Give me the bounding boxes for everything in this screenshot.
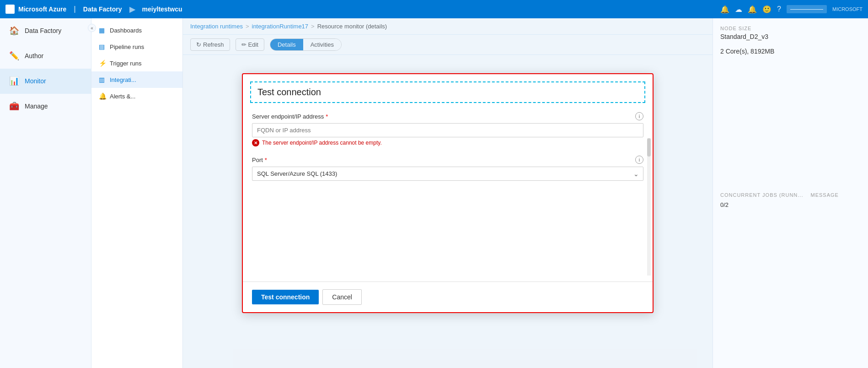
server-endpoint-error: ✕ The server endpoint/IP address cannot … [252, 139, 643, 146]
sidebar-item-label-author: Author [25, 52, 43, 60]
cloud-icon[interactable]: ☁ [735, 5, 742, 14]
dashboards-icon: ▦ [99, 27, 106, 34]
secondary-sidebar: ▦ Dashboards ▤ Pipeline runs ⚡ Trigger r… [91, 18, 183, 368]
sidebar-item-data-factory[interactable]: 🏠 Data Factory [0, 18, 91, 43]
brand-name: Microsoft Azure [18, 5, 66, 13]
content-area: Integration runtimes > integrationRuntim… [183, 18, 713, 368]
topbar-separator: | [74, 5, 75, 13]
error-message: The server endpoint/IP address cannot be… [262, 140, 382, 146]
sidebar-collapse-btn[interactable]: « [88, 24, 96, 32]
manage-icon: 🧰 [9, 101, 19, 111]
main-layout: « 🏠 Data Factory ✏️ Author 📊 Monitor 🧰 M… [0, 18, 868, 368]
microsoft-label: MICROSOFT [832, 6, 863, 12]
integration-icon: ▥ [99, 76, 106, 83]
concurrent-jobs-label: CONCURRENT JOBS (RUNN... [720, 192, 803, 198]
secondary-item-label-integration: Integrati... [110, 76, 136, 83]
pipeline-runs-icon: ▤ [99, 43, 106, 50]
help-icon[interactable]: ? [777, 5, 781, 13]
sidebar-item-label-monitor: Monitor [25, 77, 46, 85]
sidebar-item-author[interactable]: ✏️ Author [0, 43, 91, 69]
server-endpoint-label-text: Server endpoint/IP address * [252, 113, 328, 120]
cancel-button[interactable]: Cancel [322, 289, 362, 305]
alerts-icon: 🔔 [99, 92, 106, 100]
sidebar-item-label-manage: Manage [25, 103, 48, 110]
server-endpoint-input[interactable] [252, 123, 643, 137]
port-required: * [265, 157, 267, 163]
concurrent-jobs-row: CONCURRENT JOBS (RUNN... MESSAGE [720, 192, 861, 198]
face-icon[interactable]: 🙂 [762, 5, 772, 14]
secondary-item-label-dashboards: Dashboards [110, 27, 142, 34]
secondary-item-label-trigger-runs: Trigger runs [110, 60, 142, 67]
port-label: Port [252, 157, 263, 163]
port-field: Port * i SQL Server/Azure SQL (1433) MyS… [252, 156, 643, 181]
port-label-text: Port * [252, 157, 267, 163]
dialog-scroll-thumb [647, 138, 651, 157]
service-name: Data Factory [83, 5, 122, 13]
secondary-item-label-alerts: Alerts &... [110, 93, 135, 100]
port-info-icon[interactable]: i [635, 156, 643, 164]
server-endpoint-field: Server endpoint/IP address * i ✕ The ser… [252, 112, 643, 146]
user-label[interactable]: —————— [787, 5, 827, 13]
dialog-title: Test connection [257, 87, 321, 97]
author-icon: ✏️ [9, 51, 19, 61]
notifications-icon[interactable]: 🔔 [720, 5, 729, 14]
monitor-icon: 📊 [9, 76, 19, 86]
secondary-item-integration[interactable]: ▥ Integrati... [91, 71, 182, 88]
sidebar: « 🏠 Data Factory ✏️ Author 📊 Monitor 🧰 M… [0, 18, 91, 368]
port-select-wrapper: SQL Server/Azure SQL (1433) MySQL (3306)… [252, 167, 643, 181]
trigger-runs-icon: ⚡ [99, 60, 106, 67]
concurrent-jobs-value: 0/2 [720, 201, 861, 208]
brand-area: Microsoft Azure | Data Factory ▶ meiylte… [5, 5, 182, 14]
node-size-value: Standard_D2_v3 [720, 33, 861, 40]
secondary-item-dashboards[interactable]: ▦ Dashboards [91, 22, 182, 38]
dialog: Test connection Server endpoint/IP addre… [242, 73, 654, 313]
alert-icon[interactable]: 🔔 [748, 5, 757, 14]
server-endpoint-label: Server endpoint/IP address [252, 113, 324, 120]
dialog-overlay: Test connection Server endpoint/IP addre… [183, 18, 713, 368]
sidebar-item-label-data-factory: Data Factory [25, 27, 61, 34]
cores-value: 2 Core(s), 8192MB [720, 48, 861, 55]
secondary-item-pipeline-runs[interactable]: ▤ Pipeline runs [91, 38, 182, 55]
message-label: MESSAGE [810, 192, 838, 198]
secondary-item-label-pipeline-runs: Pipeline runs [110, 43, 144, 50]
dialog-body: Server endpoint/IP address * i ✕ The ser… [243, 103, 653, 272]
right-panel-bottom: CONCURRENT JOBS (RUNN... MESSAGE 0/2 [720, 192, 861, 208]
server-endpoint-info-icon[interactable]: i [635, 112, 643, 120]
secondary-item-alerts[interactable]: 🔔 Alerts &... [91, 88, 182, 104]
port-select[interactable]: SQL Server/Azure SQL (1433) MySQL (3306)… [252, 167, 643, 181]
dialog-footer: Test connection Cancel [243, 281, 653, 312]
instance-name: meiyltestwcu [142, 5, 182, 13]
node-size-label: NODE SIZE [720, 26, 861, 31]
port-label-row: Port * i [252, 156, 643, 164]
error-icon: ✕ [252, 139, 259, 146]
dialog-title-area: Test connection [250, 81, 645, 103]
topbar-arrow: ▶ [129, 5, 135, 14]
dialog-scrollbar[interactable] [647, 138, 651, 276]
secondary-item-trigger-runs[interactable]: ⚡ Trigger runs [91, 55, 182, 71]
dialog-spacer [252, 190, 643, 272]
topbar-right: 🔔 ☁ 🔔 🙂 ? —————— MICROSOFT [720, 5, 863, 14]
azure-logo [5, 5, 15, 14]
topbar: Microsoft Azure | Data Factory ▶ meiylte… [0, 0, 868, 18]
test-connection-button[interactable]: Test connection [252, 290, 319, 304]
home-icon: 🏠 [9, 26, 19, 36]
server-endpoint-required: * [326, 113, 328, 120]
server-endpoint-label-row: Server endpoint/IP address * i [252, 112, 643, 120]
right-panel: NODE SIZE Standard_D2_v3 2 Core(s), 8192… [713, 18, 868, 368]
sidebar-item-manage[interactable]: 🧰 Manage [0, 94, 91, 119]
sidebar-item-monitor[interactable]: 📊 Monitor [0, 69, 91, 94]
